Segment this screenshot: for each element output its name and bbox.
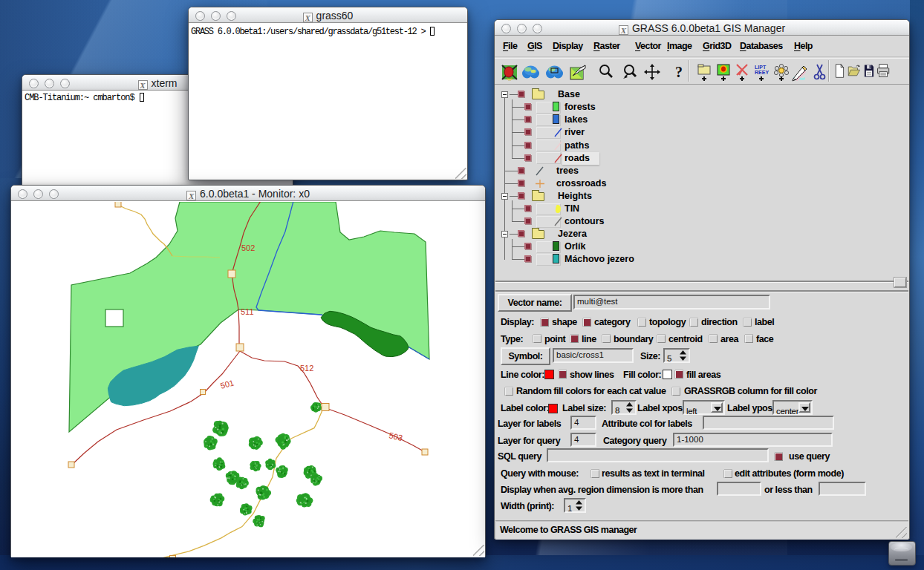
svg-text:?: ? <box>675 64 683 80</box>
svg-text:502: 502 <box>241 243 255 252</box>
svg-text:511: 511 <box>241 307 254 316</box>
svg-text:REEY: REEY <box>755 70 769 75</box>
svg-text:LIPT: LIPT <box>755 65 767 70</box>
svg-text:512: 512 <box>300 364 313 373</box>
